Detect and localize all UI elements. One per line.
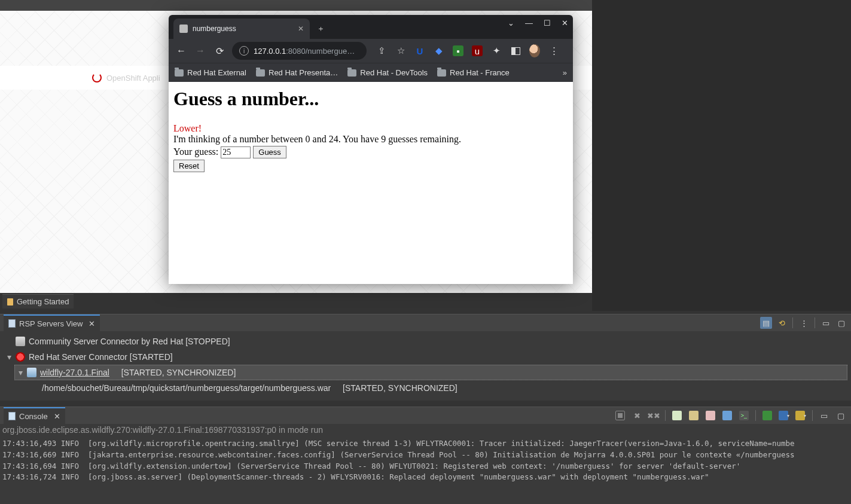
browser-window: numberguess ✕ ＋ ⌄ — ☐ ✕ ← → ⟳ i 127.0.0.… bbox=[169, 15, 573, 284]
folder-icon bbox=[347, 69, 356, 77]
server-icon bbox=[16, 337, 25, 346]
separator bbox=[755, 410, 756, 421]
editor-tab-getting-started[interactable]: Getting Started bbox=[2, 294, 74, 308]
servers-view-icon bbox=[8, 319, 16, 328]
guess-form: Your guess: Guess bbox=[173, 146, 568, 158]
openshift-label: OpenShift Appli bbox=[106, 74, 160, 83]
save-extension-icon[interactable]: ▪ bbox=[453, 45, 463, 56]
browser-toolbar: ← → ⟳ i 127.0.0.1:8080/numbergue… ⇪ ☆ U … bbox=[169, 39, 573, 63]
show-console-blue-icon[interactable]: ▾ bbox=[777, 410, 791, 421]
back-button[interactable]: ← bbox=[175, 44, 188, 57]
page-heading: Guess a number... bbox=[173, 88, 568, 110]
bookmarks-overflow-icon[interactable]: » bbox=[563, 68, 567, 77]
rsp-servers-panel: RSP Servers View ✕ ▤ ⟲ ⋮ ▭ ▢ Community S… bbox=[0, 314, 851, 401]
view-menu-icon[interactable]: ⋮ bbox=[798, 317, 810, 329]
rsp-panel-tab[interactable]: RSP Servers View ✕ bbox=[4, 314, 100, 331]
document-icon bbox=[7, 298, 13, 306]
feedback-message: Lower! bbox=[173, 123, 568, 134]
server-wildfly[interactable]: ▾ wildfly-27.0.1.Final [STARTED, SYNCHRO… bbox=[14, 365, 847, 380]
word-wrap-icon[interactable] bbox=[704, 410, 717, 421]
browser-tab[interactable]: numberguess ✕ bbox=[173, 19, 310, 39]
clear-console-icon[interactable] bbox=[670, 410, 684, 421]
console-tab[interactable]: Console ✕ bbox=[4, 407, 65, 424]
twisty-expanded-icon[interactable]: ▾ bbox=[17, 368, 23, 377]
reset-button[interactable]: Reset bbox=[173, 160, 205, 172]
window-controls: ⌄ — ☐ ✕ bbox=[508, 19, 568, 28]
separator bbox=[815, 317, 815, 328]
reload-button[interactable]: ⟳ bbox=[213, 44, 226, 57]
ublock-extension-icon[interactable]: u bbox=[472, 45, 483, 56]
bookmark-star-icon[interactable]: ☆ bbox=[395, 45, 406, 56]
folder-icon bbox=[256, 69, 265, 77]
bitwarden-extension-icon[interactable]: U bbox=[414, 45, 425, 56]
minimize-view-icon[interactable]: ▭ bbox=[820, 317, 832, 329]
folder-icon bbox=[175, 69, 184, 77]
browser-tabstrip: numberguess ✕ ＋ ⌄ — ☐ ✕ bbox=[169, 15, 573, 39]
forward-button[interactable]: → bbox=[194, 44, 207, 57]
remove-all-icon[interactable]: ✖✖ bbox=[647, 410, 660, 421]
diamond-extension-icon[interactable]: ◆ bbox=[434, 45, 444, 56]
console-icon bbox=[8, 412, 16, 420]
console-titlebar: Console ✕ ✖ ✖✖ >_ ▾ ▾ ▭ ▢ bbox=[0, 407, 851, 424]
folder-icon bbox=[437, 69, 446, 77]
wildfly-icon bbox=[27, 368, 36, 377]
rsp-tab-label: RSP Servers View bbox=[19, 319, 83, 328]
scroll-lock-icon[interactable] bbox=[687, 410, 700, 421]
refresh-icon[interactable]: ⟲ bbox=[776, 317, 788, 329]
editor-topbar bbox=[0, 0, 592, 11]
rsp-panel-titlebar: RSP Servers View ✕ ▤ ⟲ ⋮ ▭ ▢ bbox=[0, 314, 851, 331]
close-window-button[interactable]: ✕ bbox=[562, 19, 568, 28]
instruction-text: I'm thinking of a number between 0 and 2… bbox=[173, 134, 568, 145]
console-output[interactable]: 17:43:16,493 INFO [org.wildfly.microprof… bbox=[0, 436, 851, 487]
profile-avatar[interactable] bbox=[529, 45, 540, 56]
bookmark-folder-presenta[interactable]: Red Hat Presenta… bbox=[256, 68, 338, 77]
chrome-menu-icon[interactable]: ⋮ bbox=[548, 45, 559, 56]
separator bbox=[665, 410, 666, 421]
console-toolbar: ✖ ✖✖ >_ ▾ ▾ ▭ ▢ bbox=[614, 410, 847, 421]
guess-button[interactable]: Guess bbox=[253, 146, 286, 158]
guess-label: Your guess: bbox=[173, 146, 221, 157]
extensions-icon[interactable]: ✦ bbox=[491, 45, 502, 56]
link-with-editor-icon[interactable]: ▤ bbox=[760, 317, 772, 329]
guess-input[interactable] bbox=[221, 146, 251, 158]
bookmark-folder-france[interactable]: Red Hat - France bbox=[437, 68, 510, 77]
console-launch-header: org.jboss.ide.eclipse.as.wildfly.270:wil… bbox=[0, 424, 851, 436]
pin-console-icon[interactable] bbox=[721, 410, 734, 421]
servers-tree: Community Server Connector by Red Hat [S… bbox=[0, 331, 851, 398]
display-console-icon[interactable]: >_ bbox=[737, 410, 751, 421]
close-icon[interactable]: ✕ bbox=[89, 319, 95, 328]
tab-close-icon[interactable]: ✕ bbox=[298, 25, 304, 33]
minimize-button[interactable]: — bbox=[525, 19, 533, 28]
new-tab-button[interactable]: ＋ bbox=[312, 20, 329, 37]
address-bar[interactable]: i 127.0.0.1:8080/numbergue… bbox=[232, 42, 367, 60]
separator bbox=[792, 317, 793, 328]
editor-right-panel bbox=[592, 0, 851, 311]
share-icon[interactable]: ⇪ bbox=[376, 45, 387, 56]
tabsearch-button[interactable]: ⌄ bbox=[508, 19, 514, 28]
loading-spinner-icon bbox=[92, 73, 102, 83]
editor-tab-label: Getting Started bbox=[17, 297, 69, 306]
site-info-icon[interactable]: i bbox=[239, 46, 249, 56]
remove-launch-icon[interactable]: ✖ bbox=[630, 410, 643, 421]
url-rest: :8080/numbergue… bbox=[286, 47, 355, 56]
deployment-war[interactable]: /home/sbouchet/Bureau/tmp/quickstart/num… bbox=[39, 380, 847, 396]
url-host: 127.0.0.1 bbox=[254, 47, 286, 56]
maximize-view-icon[interactable]: ▢ bbox=[835, 317, 847, 329]
new-console-yellow-icon[interactable]: ▾ bbox=[794, 410, 807, 421]
maximize-view-icon[interactable]: ▢ bbox=[834, 410, 847, 421]
terminate-icon[interactable] bbox=[614, 410, 627, 421]
toolbar-icons: ⇪ ☆ U ◆ ▪ u ✦ ⋮ bbox=[376, 45, 559, 56]
open-console-icon[interactable] bbox=[761, 410, 774, 421]
maximize-button[interactable]: ☐ bbox=[544, 19, 551, 28]
separator bbox=[812, 410, 813, 421]
server-community[interactable]: Community Server Connector by Red Hat [S… bbox=[4, 334, 847, 349]
bookmark-folder-devtools[interactable]: Red Hat - DevTools bbox=[347, 68, 428, 77]
bookmark-folder-external[interactable]: Red Hat External bbox=[175, 68, 246, 77]
bookmarks-bar: Red Hat External Red Hat Presenta… Red H… bbox=[169, 63, 573, 82]
twisty-expanded-icon[interactable]: ▾ bbox=[6, 352, 12, 362]
minimize-view-icon[interactable]: ▭ bbox=[818, 410, 831, 421]
close-icon[interactable]: ✕ bbox=[54, 412, 60, 421]
rsp-panel-toolbar: ▤ ⟲ ⋮ ▭ ▢ bbox=[760, 317, 847, 329]
sidepanel-icon[interactable] bbox=[510, 45, 521, 56]
server-redhat[interactable]: ▾ Red Hat Server Connector [STARTED] bbox=[4, 349, 847, 365]
